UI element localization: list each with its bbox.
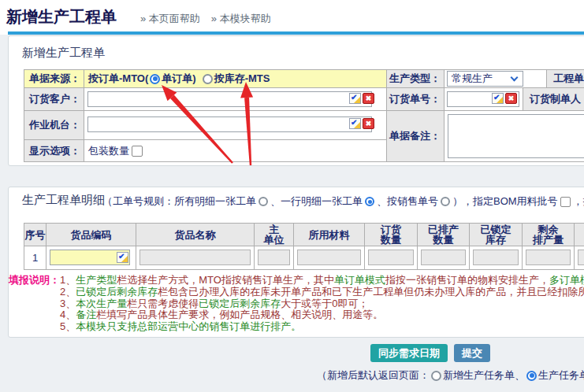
prod-type-value: 常规生产	[452, 72, 493, 86]
page-title: 新增生产工程单	[6, 6, 117, 28]
work-order-no-label: 工程单号	[546, 69, 584, 88]
return-opt1-label: 新增生产任务单、	[443, 368, 525, 383]
scheduled-qty-input	[421, 250, 466, 265]
work-order-rule-bar: （工单号规则：所有明细一张工单 、一行明细一张工单 、按销售单号 ），指定BOM…	[102, 194, 584, 209]
remaining-qty-input	[526, 250, 571, 265]
machine-input[interactable]	[87, 116, 372, 132]
page: 新增生产工程单 » 本页面帮助 » 本模块帮助 新增生产工程单 单据来源： 按订…	[0, 0, 584, 392]
note-line-4: 4、备注栏填写产品具体生产要求，例如产品规格、相关说明、用途等。	[9, 309, 584, 321]
col-header-remaining-qty: 剩余 排产量	[522, 223, 575, 246]
rule-tail: ，按	[573, 194, 584, 209]
note-line-5: 5、本模块只支持总部运营中心的销售订单进行排产。	[9, 321, 584, 333]
col-header-seq: 序号	[24, 223, 46, 246]
sync-demand-date-button[interactable]: 同步需求日期	[370, 344, 448, 362]
order-no-icons	[492, 93, 517, 104]
note-text-3: 3、本次生产量栏只需考虑使得已锁定后剩余库存大于或等于0即可；	[60, 298, 368, 309]
note-text-2: 2、已锁定后剩余库存栏包含已办理入库的在库未开单产品和已下生产工程单但仍未办理入…	[60, 286, 584, 298]
row-seq: 1	[24, 246, 46, 270]
order-no-clear-icon[interactable]	[505, 93, 517, 104]
note-text-1: 1、生产类型栏选择生产方式，MTO指按销售订单生产，其中单订单模式指按一张销售订…	[60, 274, 584, 286]
source-options: 按订单-MTO( 单订单) 按库存-MTS	[84, 69, 387, 88]
item-code-pick-icon[interactable]	[117, 252, 128, 263]
material-input	[297, 250, 361, 265]
item-name-input	[139, 250, 251, 265]
radio-return-task-manage[interactable]	[526, 371, 537, 381]
source-label: 单据来源：	[24, 69, 84, 88]
unit-input	[258, 250, 290, 265]
fill-instructions-label: 填报说明：	[9, 274, 60, 286]
rule-prefix: （工单号规则：所有明细一张工单	[102, 194, 256, 209]
submit-button[interactable]: 提交	[454, 344, 490, 362]
machine-clear-icon[interactable]	[363, 118, 374, 129]
display-options-label: 显示选项：	[24, 139, 84, 162]
remark-textarea[interactable]	[448, 114, 584, 158]
return-prefix: （新增后默认返回页面：	[317, 368, 430, 383]
machine-label: 作业机台：	[24, 110, 84, 140]
order-no-label: 订货单号：	[386, 87, 445, 111]
return-page-options: （新增后默认返回页面： 新增生产任务单、 生产任务单管理）	[317, 368, 584, 383]
radio-single-order[interactable]	[150, 74, 160, 84]
radio-return-new-task[interactable]	[431, 371, 441, 381]
order-maker-label: 订货制单人	[523, 87, 584, 111]
machine-icons	[349, 118, 374, 129]
source-single-order-label: 单订单)	[162, 72, 195, 86]
col-header-material: 所用材料	[293, 223, 365, 246]
prod-type-label: 生产类型：	[386, 69, 445, 88]
note-text-4: 4、备注栏填写产品具体生产要求，例如产品规格、相关说明、用途等。	[60, 309, 383, 320]
bom-batch-checkbox[interactable]	[560, 197, 571, 207]
pack-qty-checkbox[interactable]	[132, 146, 143, 157]
customer-pick-icon[interactable]	[349, 93, 361, 104]
chevron-down-icon	[511, 74, 519, 82]
radio-rule-all-one[interactable]	[259, 197, 268, 206]
note-line-2: 2、已锁定后剩余库存栏包含已办理入库的在库未开单产品和已下生产工程单但仍未办理入…	[9, 287, 584, 298]
rule-suffix: ），指定BOM用料批号	[452, 194, 558, 209]
col-header-scheduled-qty: 已排产 数量	[417, 223, 470, 246]
customer-input[interactable]	[87, 91, 372, 107]
col-header-order-qty: 订货 数量	[364, 223, 418, 246]
remark-label: 单据备注：	[386, 110, 445, 162]
fill-instructions: 填报说明：1、生产类型栏选择生产方式，MTO指按销售订单生产，其中单订单模式指按…	[9, 275, 584, 333]
customer-clear-icon[interactable]	[363, 93, 374, 104]
return-opt2-label: 生产任务单管理）	[538, 368, 584, 383]
locked-stock-input	[473, 250, 519, 265]
display-options-cell: 包装数量	[84, 139, 387, 162]
col-header-unit: 主 单位	[254, 223, 294, 246]
header-divider	[8, 31, 584, 35]
machine-pick-icon[interactable]	[349, 118, 361, 129]
source-mto-text: 按订单-MTO(	[88, 72, 148, 86]
order-no-pick-icon[interactable]	[492, 93, 504, 104]
prod-type-select[interactable]: 常规生产	[447, 71, 523, 87]
rule-opt3: 、按销售单号	[377, 194, 438, 209]
customer-label: 订货客户：	[24, 87, 84, 111]
customer-icons	[349, 93, 374, 104]
radio-mts[interactable]	[203, 74, 213, 84]
note-line-3: 3、本次生产量栏只需考虑使得已锁定后剩余库存大于或等于0即可；	[9, 298, 584, 310]
col-header-item-code: 货品编码	[46, 223, 136, 246]
note-line-1: 填报说明：1、生产类型栏选择生产方式，MTO指按销售订单生产，其中单订单模式指按…	[9, 275, 584, 287]
order-qty-input	[368, 250, 414, 265]
display-option-pack-qty-label: 包装数量	[88, 144, 129, 158]
col-header-lockable-stock: 库存可 锁定量	[574, 223, 584, 246]
help-link-module[interactable]: » 本模块帮助	[211, 12, 271, 26]
section-title-new-order: 新增生产工程单	[22, 46, 105, 61]
col-header-item-name: 货品名称	[136, 223, 255, 246]
radio-rule-one-per-line[interactable]	[365, 197, 374, 206]
note-text-5: 5、本模块只支持总部运营中心的销售订单进行排产。	[60, 320, 301, 332]
lockable-stock-input	[578, 250, 584, 265]
help-link-page[interactable]: » 本页面帮助	[140, 12, 200, 26]
col-header-locked-stock: 已锁定 库存	[469, 223, 523, 246]
source-mts-label: 按库存-MTS	[214, 72, 270, 86]
rule-opt2: 、一行明细一张工单	[270, 194, 363, 209]
radio-rule-by-sales-no[interactable]	[441, 197, 450, 206]
section-title-detail: 生产工程单明细	[22, 193, 105, 208]
help-links: » 本页面帮助 » 本模块帮助	[140, 12, 271, 26]
